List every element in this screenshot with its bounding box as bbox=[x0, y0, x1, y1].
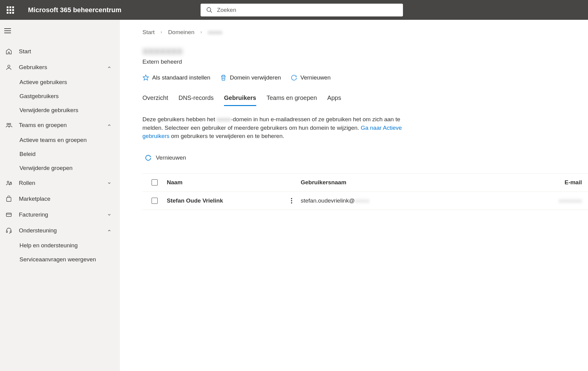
sidebar-sub-active-teams[interactable]: Actieve teams en groepen bbox=[0, 133, 120, 147]
menu-toggle-icon[interactable] bbox=[4, 23, 19, 38]
card-icon bbox=[5, 211, 12, 218]
svg-rect-6 bbox=[10, 183, 12, 185]
cell-name[interactable]: Stefan Oude Vrielink bbox=[167, 197, 282, 204]
user-icon bbox=[5, 64, 12, 71]
sidebar-item-start[interactable]: Start bbox=[0, 44, 120, 59]
app-launcher-icon[interactable] bbox=[5, 5, 16, 16]
main-content: Start Domeinen xxxxx xxxxxxx Extern behe… bbox=[120, 20, 588, 371]
tab-apps[interactable]: Apps bbox=[327, 94, 341, 106]
cell-username: stefan.oudevrielink@xxxxx bbox=[301, 197, 416, 204]
action-label: Als standaard instellen bbox=[152, 74, 210, 81]
svg-rect-11 bbox=[10, 231, 12, 233]
search-input[interactable] bbox=[217, 7, 397, 13]
sidebar: Start Gebruikers Actieve gebruikers Gast… bbox=[0, 20, 120, 371]
refresh-icon bbox=[291, 74, 297, 81]
app-title: Microsoft 365 beheercentrum bbox=[28, 6, 121, 14]
svg-point-0 bbox=[207, 7, 211, 11]
table-header: Naam Gebruikersnaam E-mail bbox=[142, 173, 588, 192]
sidebar-item-label: Ondersteuning bbox=[19, 227, 57, 234]
tab-teams-groups[interactable]: Teams en groepen bbox=[267, 94, 317, 106]
sidebar-item-label: Gebruikers bbox=[19, 64, 47, 71]
tab-dns-records[interactable]: DNS-records bbox=[178, 94, 214, 106]
row-checkbox[interactable] bbox=[152, 198, 158, 204]
chevron-up-icon bbox=[107, 123, 111, 127]
svg-rect-8 bbox=[6, 213, 12, 217]
svg-rect-7 bbox=[7, 197, 11, 201]
search-box[interactable] bbox=[201, 4, 403, 16]
column-header-email[interactable]: E-mail bbox=[416, 179, 588, 186]
breadcrumb: Start Domeinen xxxxx bbox=[142, 29, 588, 36]
sidebar-item-label: Facturering bbox=[19, 211, 48, 218]
select-all-checkbox[interactable] bbox=[152, 179, 158, 186]
sidebar-item-label: Marketplace bbox=[19, 196, 51, 202]
svg-rect-10 bbox=[6, 231, 8, 233]
action-bar: Als standaard instellen Domein verwijder… bbox=[142, 74, 588, 81]
tabs: Overzicht DNS-records Gebruikers Teams e… bbox=[142, 94, 588, 106]
cell-email: xxxxxxxx bbox=[416, 197, 588, 204]
page-title: xxxxxxx bbox=[142, 45, 588, 57]
tab-users[interactable]: Gebruikers bbox=[224, 94, 256, 106]
svg-point-3 bbox=[7, 123, 9, 125]
bag-icon bbox=[5, 196, 12, 202]
trash-icon bbox=[220, 74, 227, 81]
chevron-up-icon bbox=[107, 228, 111, 233]
sidebar-item-billing[interactable]: Facturering bbox=[0, 207, 120, 223]
svg-point-5 bbox=[7, 181, 9, 183]
svg-point-4 bbox=[9, 123, 11, 125]
home-icon bbox=[5, 48, 12, 55]
chevron-down-icon bbox=[107, 213, 111, 217]
breadcrumb-start[interactable]: Start bbox=[142, 29, 155, 36]
info-text: Deze gebruikers hebben het xxxxx·domein … bbox=[142, 115, 410, 140]
delete-domain-button[interactable]: Domein verwijderen bbox=[220, 74, 281, 81]
chevron-up-icon bbox=[107, 65, 111, 69]
sidebar-item-teams-groups[interactable]: Teams en groepen bbox=[0, 117, 120, 133]
sidebar-item-roles[interactable]: Rollen bbox=[0, 175, 120, 191]
sidebar-sub-help-support[interactable]: Help en ondersteuning bbox=[0, 238, 120, 253]
chevron-right-icon bbox=[159, 30, 163, 34]
sidebar-sub-guest-users[interactable]: Gastgebruikers bbox=[0, 89, 120, 103]
sidebar-item-marketplace[interactable]: Marketplace bbox=[0, 191, 120, 207]
tab-overview[interactable]: Overzicht bbox=[142, 94, 168, 106]
sidebar-item-label: Rollen bbox=[19, 180, 35, 186]
refresh-button[interactable]: Vernieuwen bbox=[291, 74, 331, 81]
svg-point-2 bbox=[8, 65, 10, 67]
sidebar-sub-service-requests[interactable]: Serviceaanvragen weergeven bbox=[0, 253, 120, 267]
chevron-right-icon bbox=[199, 30, 203, 34]
sidebar-sub-deleted-users[interactable]: Verwijderde gebruikers bbox=[0, 103, 120, 117]
sidebar-item-label: Start bbox=[19, 48, 31, 55]
svg-line-1 bbox=[210, 11, 212, 12]
roles-icon bbox=[5, 180, 12, 186]
action-label: Vernieuwen bbox=[300, 74, 331, 81]
sidebar-sub-deleted-groups[interactable]: Verwijderde groepen bbox=[0, 161, 120, 175]
chevron-down-icon bbox=[107, 181, 111, 185]
search-icon bbox=[206, 7, 213, 13]
page-subtitle: Extern beheerd bbox=[142, 58, 588, 65]
sidebar-item-users[interactable]: Gebruikers bbox=[0, 59, 120, 75]
teams-icon bbox=[5, 122, 12, 129]
sidebar-sub-policy[interactable]: Beleid bbox=[0, 147, 120, 161]
headset-icon bbox=[5, 227, 12, 234]
column-header-username[interactable]: Gebruikersnaam bbox=[301, 179, 416, 186]
table-row[interactable]: Stefan Oude Vrielink stefan.oudevrielink… bbox=[142, 192, 588, 210]
refresh-icon bbox=[145, 154, 152, 161]
column-header-name[interactable]: Naam bbox=[167, 179, 282, 186]
more-actions-icon[interactable] bbox=[291, 198, 292, 203]
refresh-label: Vernieuwen bbox=[156, 154, 186, 161]
set-default-button[interactable]: Als standaard instellen bbox=[142, 74, 210, 81]
breadcrumb-domains[interactable]: Domeinen bbox=[168, 29, 194, 36]
sidebar-item-label: Teams en groepen bbox=[19, 122, 67, 129]
breadcrumb-current: xxxxx bbox=[208, 29, 222, 36]
table-refresh-button[interactable]: Vernieuwen bbox=[145, 154, 588, 161]
action-label: Domein verwijderen bbox=[230, 74, 281, 81]
star-icon bbox=[142, 74, 149, 81]
svg-marker-12 bbox=[143, 75, 149, 80]
sidebar-sub-active-users[interactable]: Actieve gebruikers bbox=[0, 75, 120, 89]
sidebar-item-support[interactable]: Ondersteuning bbox=[0, 223, 120, 238]
users-table: Naam Gebruikersnaam E-mail Stefan Oude V… bbox=[142, 173, 588, 210]
